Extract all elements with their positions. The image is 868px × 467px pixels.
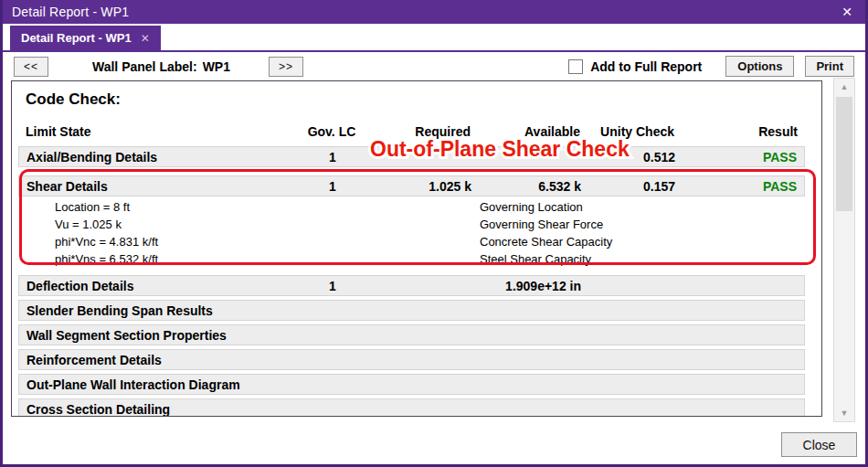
unity-check-cell: 0.512 bbox=[588, 150, 693, 165]
required-cell: 1.025 k bbox=[365, 179, 479, 194]
titlebar[interactable]: Detail Report - WP1 ✕ bbox=[3, 0, 865, 24]
section-row-cross-section-detailing[interactable]: Cross Section Detailing bbox=[18, 398, 805, 417]
print-button[interactable]: Print bbox=[805, 56, 854, 77]
available-cell: 6.532 k bbox=[479, 179, 588, 194]
toolbar: << Wall Panel Label:WP1 >> Add to Full R… bbox=[3, 52, 865, 80]
sub-detail-description: Governing Location bbox=[480, 200, 805, 214]
sub-detail-value: phi*Vns = 6.532 k/ft bbox=[55, 252, 480, 266]
tab-strip: Detail Report - WP1 ✕ bbox=[3, 24, 865, 52]
column-header-gov-lc: Gov. LC bbox=[300, 124, 364, 139]
wall-panel-value: WP1 bbox=[203, 59, 230, 74]
unity-check-cell: 0.157 bbox=[588, 179, 693, 194]
dialog-footer: Close bbox=[781, 432, 857, 457]
code-check-panel: Code Check: Limit State Gov. LC Required… bbox=[11, 80, 822, 417]
column-header-unity-check: Unity Check bbox=[587, 124, 693, 139]
sub-detail-value: phi*Vnc = 4.831 k/ft bbox=[55, 235, 480, 249]
add-to-full-report-checkbox[interactable] bbox=[568, 59, 583, 74]
table-row-deflection[interactable]: Deflection Details 1 1.909e+12 in bbox=[18, 275, 805, 296]
table-row-axial-bending[interactable]: Axial/Bending Details 1 0.512 PASS bbox=[18, 146, 805, 167]
available-cell: 1.909e+12 in bbox=[479, 279, 588, 293]
tab-detail-report[interactable]: Detail Report - WP1 ✕ bbox=[10, 26, 161, 50]
sub-detail-row: Vu = 1.025 k Governing Shear Force bbox=[55, 216, 805, 233]
gov-lc-cell: 1 bbox=[301, 150, 365, 165]
section-title: Out-Plane Wall Interaction Diagram bbox=[26, 377, 240, 392]
scrollbar-track[interactable] bbox=[834, 95, 854, 405]
options-button[interactable]: Options bbox=[725, 56, 794, 77]
result-badge: PASS bbox=[693, 179, 797, 194]
tab-close-icon[interactable]: ✕ bbox=[141, 32, 150, 45]
section-row-reinforcement-details[interactable]: Reinforcement Details bbox=[18, 349, 805, 370]
column-header-result: Result bbox=[693, 124, 798, 139]
limit-state-cell: Deflection Details bbox=[26, 279, 301, 293]
table-row-shear-details[interactable]: Shear Details 1 1.025 k 6.532 k 0.157 PA… bbox=[18, 175, 805, 196]
column-header-limit-state: Limit State bbox=[26, 124, 300, 139]
sub-detail-value: Vu = 1.025 k bbox=[55, 218, 480, 231]
window-close-icon[interactable]: ✕ bbox=[838, 5, 856, 19]
sub-detail-value: Location = 8 ft bbox=[55, 200, 480, 214]
detail-report-window: Detail Report - WP1 ✕ Detail Report - WP… bbox=[0, 0, 868, 467]
gov-lc-cell: 1 bbox=[301, 279, 365, 293]
next-panel-button[interactable]: >> bbox=[269, 57, 303, 77]
sub-detail-description: Steel Shear Capacity bbox=[480, 252, 805, 266]
shear-details-block: Shear Details 1 1.025 k 6.532 k 0.157 PA… bbox=[12, 175, 821, 268]
close-button[interactable]: Close bbox=[781, 432, 857, 457]
limit-state-cell: Axial/Bending Details bbox=[26, 150, 301, 165]
code-check-heading: Code Check: bbox=[26, 90, 821, 109]
previous-panel-button[interactable]: << bbox=[14, 57, 48, 77]
column-header-required: Required bbox=[364, 124, 478, 139]
wall-panel-label-text: Wall Panel Label: bbox=[92, 59, 197, 74]
section-row-out-plane-interaction-diagram[interactable]: Out-Plane Wall Interaction Diagram bbox=[18, 374, 805, 395]
section-row-slender-bending[interactable]: Slender Bending Span Results bbox=[18, 300, 805, 321]
sub-detail-row: phi*Vnc = 4.831 k/ft Concrete Shear Capa… bbox=[55, 233, 805, 250]
scroll-down-icon[interactable]: ▼ bbox=[834, 405, 854, 421]
sub-detail-description: Governing Shear Force bbox=[480, 218, 805, 231]
result-badge: PASS bbox=[693, 150, 797, 165]
section-title: Cross Section Detailing bbox=[26, 402, 170, 417]
table-header-row: Limit State Gov. LC Required Available U… bbox=[18, 122, 805, 142]
sub-detail-row: Location = 8 ft Governing Location bbox=[55, 198, 805, 216]
wall-panel-label: Wall Panel Label:WP1 bbox=[92, 59, 230, 74]
scroll-up-icon[interactable]: ▲ bbox=[834, 79, 854, 95]
shear-sub-details: Location = 8 ft Governing Location Vu = … bbox=[18, 198, 805, 268]
sub-detail-description: Concrete Shear Capacity bbox=[480, 235, 805, 249]
section-title: Wall Segment Section Properties bbox=[26, 328, 227, 343]
sub-detail-row: phi*Vns = 6.532 k/ft Steel Shear Capacit… bbox=[55, 250, 805, 268]
gov-lc-cell: 1 bbox=[301, 179, 365, 194]
tab-label: Detail Report - WP1 bbox=[21, 31, 132, 45]
section-title: Reinforcement Details bbox=[26, 353, 162, 367]
add-to-full-report-label: Add to Full Report bbox=[590, 59, 702, 74]
vertical-scrollbar[interactable]: ▲ ▼ bbox=[833, 78, 855, 422]
section-row-wall-segment-properties[interactable]: Wall Segment Section Properties bbox=[18, 324, 805, 345]
section-title: Slender Bending Span Results bbox=[26, 303, 213, 318]
window-title: Detail Report - WP1 bbox=[12, 5, 838, 19]
limit-state-cell: Shear Details bbox=[26, 179, 301, 194]
column-header-available: Available bbox=[478, 124, 587, 139]
scrollbar-thumb[interactable] bbox=[836, 97, 852, 211]
